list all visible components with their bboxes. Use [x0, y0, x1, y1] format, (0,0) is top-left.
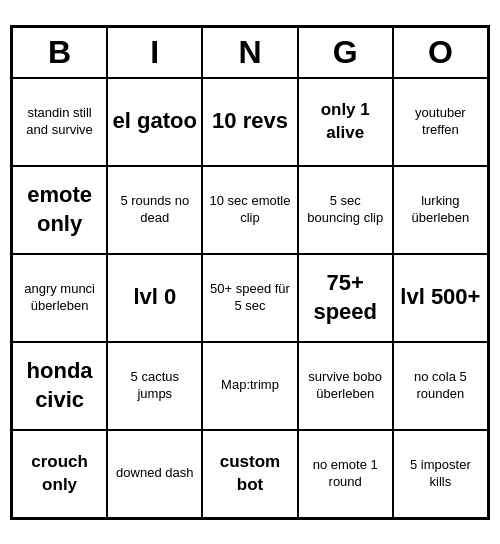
bingo-cell-13: 75+ speed [298, 254, 393, 342]
bingo-cell-23: no emote 1 round [298, 430, 393, 518]
bingo-cell-21: downed dash [107, 430, 202, 518]
header-letter-o: O [393, 27, 488, 78]
bingo-cell-24: 5 imposter kills [393, 430, 488, 518]
header-letter-i: I [107, 27, 202, 78]
bingo-cell-15: honda civic [12, 342, 107, 430]
bingo-cell-18: survive bobo überleben [298, 342, 393, 430]
bingo-cell-17: Map:trimp [202, 342, 297, 430]
bingo-cell-7: 10 sec emotle clip [202, 166, 297, 254]
header-letter-n: N [202, 27, 297, 78]
bingo-cell-10: angry munci überleben [12, 254, 107, 342]
bingo-cell-5: emote only [12, 166, 107, 254]
bingo-cell-4: youtuber treffen [393, 78, 488, 166]
bingo-cell-20: crouch only [12, 430, 107, 518]
bingo-cell-19: no cola 5 rounden [393, 342, 488, 430]
bingo-header: BINGO [12, 27, 488, 78]
header-letter-g: G [298, 27, 393, 78]
header-letter-b: B [12, 27, 107, 78]
bingo-cell-9: lurking überleben [393, 166, 488, 254]
bingo-cell-8: 5 sec bouncing clip [298, 166, 393, 254]
bingo-cell-0: standin still and survive [12, 78, 107, 166]
bingo-cell-2: 10 revs [202, 78, 297, 166]
bingo-cell-11: lvl 0 [107, 254, 202, 342]
bingo-card: BINGO standin still and surviveel gatoo1… [10, 25, 490, 520]
bingo-cell-6: 5 rounds no dead [107, 166, 202, 254]
bingo-cell-12: 50+ speed für 5 sec [202, 254, 297, 342]
bingo-cell-1: el gatoo [107, 78, 202, 166]
bingo-cell-22: custom bot [202, 430, 297, 518]
bingo-cell-14: lvl 500+ [393, 254, 488, 342]
bingo-cell-3: only 1 alive [298, 78, 393, 166]
bingo-cell-16: 5 cactus jumps [107, 342, 202, 430]
bingo-grid: standin still and surviveel gatoo10 revs… [12, 78, 488, 518]
